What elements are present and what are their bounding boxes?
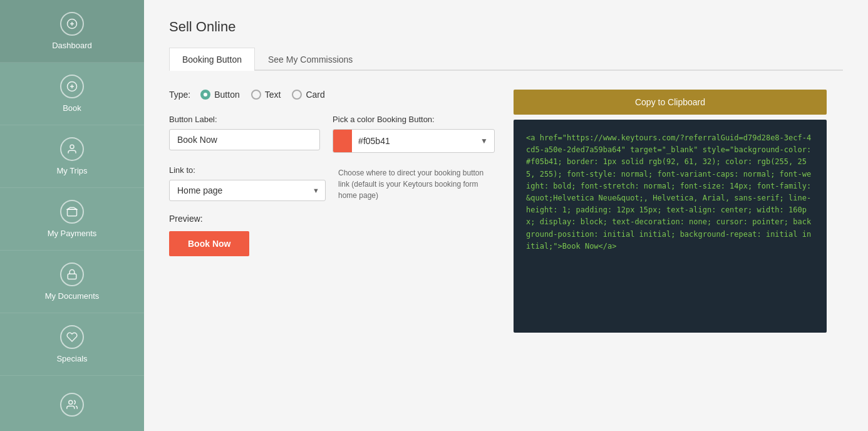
sidebar-item-specials[interactable]: Specials (0, 313, 144, 376)
radio-button-circle (200, 90, 210, 100)
sidebar: Dashboard Book My Trips My Payments My D… (0, 0, 144, 431)
dashboard-icon (60, 12, 84, 36)
preview-label: Preview: (169, 214, 495, 224)
sidebar-item-dashboard[interactable]: Dashboard (0, 0, 144, 63)
button-label-group: Button Label: (169, 115, 320, 153)
button-label-input[interactable] (169, 129, 320, 150)
radio-button[interactable]: Button (200, 90, 239, 100)
radio-card-circle (292, 90, 302, 100)
type-label: Type: (169, 90, 190, 100)
copy-to-clipboard-button[interactable]: Copy to Clipboard (514, 90, 827, 115)
radio-card-label: Card (306, 90, 324, 100)
helper-text-group: Choose where to direct your booking butt… (338, 165, 495, 201)
color-group: Pick a color Booking Button: ▼ (333, 115, 495, 153)
type-row: Type: Button Text Card (169, 90, 495, 100)
radio-button-label: Button (214, 90, 239, 100)
preview-section: Preview: Book Now (169, 214, 495, 256)
tab-booking-button[interactable]: Booking Button (169, 48, 255, 71)
link-to-select[interactable]: Home page Tours page Custom URL (169, 180, 326, 201)
preview-book-now-button[interactable]: Book Now (169, 231, 249, 256)
link-to-group: Link to: Home page Tours page Custom URL… (169, 165, 326, 201)
page-title: Sell Online (169, 19, 843, 35)
color-input-wrap: ▼ (333, 129, 495, 153)
button-label-label: Button Label: (169, 115, 320, 124)
my-documents-icon (60, 262, 84, 286)
sidebar-item-my-documents[interactable]: My Documents (0, 251, 144, 313)
radio-card[interactable]: Card (292, 90, 324, 100)
svg-point-6 (70, 145, 74, 148)
svg-rect-7 (68, 209, 77, 216)
color-dropdown-arrow[interactable]: ▼ (474, 132, 494, 150)
more-icon (60, 393, 84, 417)
right-panel: Copy to Clipboard <a href="https://www.k… (514, 90, 827, 333)
code-block: <a href="https://www.keytours.com/?refer… (514, 120, 827, 333)
left-panel: Type: Button Text Card (169, 90, 495, 256)
sidebar-item-book[interactable]: Book (0, 63, 144, 125)
color-label: Pick a color Booking Button: (333, 115, 495, 124)
content-area: Type: Button Text Card (169, 90, 843, 333)
label-color-row: Button Label: Pick a color Booking Butto… (169, 115, 495, 153)
helper-text: Choose where to direct your booking butt… (338, 167, 495, 201)
radio-text-label: Text (265, 90, 281, 100)
svg-rect-8 (68, 274, 76, 279)
color-text-input[interactable] (352, 131, 474, 151)
radio-text[interactable]: Text (251, 90, 281, 100)
color-swatch[interactable] (333, 130, 352, 152)
tabs-bar: Booking Button See My Commissions (169, 48, 843, 71)
sidebar-item-my-payments[interactable]: My Payments (0, 188, 144, 251)
specials-icon (60, 325, 84, 349)
sidebar-label-book: Book (63, 103, 81, 113)
sidebar-label-dashboard: Dashboard (52, 41, 92, 50)
book-icon (60, 75, 84, 98)
sidebar-label-my-documents: My Documents (45, 291, 100, 301)
tab-see-my-commissions[interactable]: See My Commissions (255, 48, 366, 71)
sidebar-label-my-trips: My Trips (56, 166, 87, 175)
radio-text-circle (251, 90, 261, 100)
link-to-select-wrap: Home page Tours page Custom URL ▼ (169, 180, 326, 201)
sidebar-item-my-trips[interactable]: My Trips (0, 125, 144, 188)
my-trips-icon (60, 137, 84, 161)
sidebar-label-my-payments: My Payments (48, 229, 97, 238)
type-radio-group: Button Text Card (200, 90, 325, 100)
sidebar-label-specials: Specials (56, 354, 87, 363)
svg-point-9 (69, 400, 73, 404)
link-to-row: Link to: Home page Tours page Custom URL… (169, 165, 495, 201)
my-payments-icon (60, 200, 84, 224)
main-content: Sell Online Booking Button See My Commis… (144, 0, 868, 431)
sidebar-item-more[interactable] (0, 376, 144, 431)
link-to-label: Link to: (169, 165, 326, 175)
